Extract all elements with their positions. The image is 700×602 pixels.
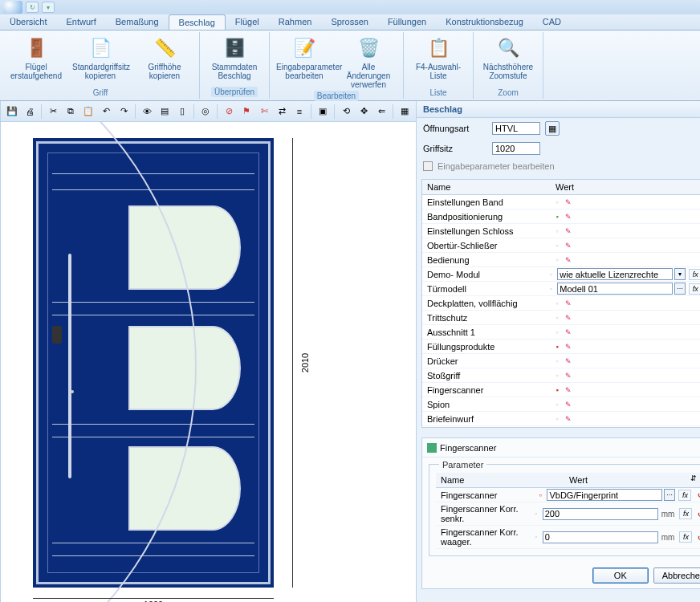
menu-tab-übersicht[interactable]: Übersicht (0, 14, 56, 30)
param-row[interactable]: Drücker▫✎↺ (422, 354, 700, 368)
menu-tab-entwurf[interactable]: Entwurf (56, 14, 105, 30)
sub-param-input[interactable] (543, 508, 658, 520)
param-row[interactable]: Deckplatten, vollflächig▫✎↺ (422, 296, 700, 311)
select-icon[interactable]: ▣ (315, 104, 331, 120)
cancel-button[interactable]: Abbrechen (653, 567, 700, 584)
param-row[interactable]: Einstellungen Band▫✎↺ (422, 195, 700, 209)
sub-param-row[interactable]: Fingerscanner Korr. senkr.▫mmfx↺ (436, 502, 700, 526)
ribbon-btn-discard-icon[interactable]: 🗑️Alle Änderungen verwerfen (337, 34, 400, 91)
edit-pencil-icon[interactable]: ✎ (564, 313, 573, 323)
menu-tab-rahmen[interactable]: Rahmen (269, 14, 322, 30)
menu-tab-konstruktionsbezug[interactable]: Konstruktionsbezug (436, 14, 533, 30)
reset-icon[interactable]: ↺ (696, 490, 700, 500)
ribbon-btn-copy-griff-icon[interactable]: 📄Standardgriffsitz kopieren (69, 34, 132, 87)
edit-pencil-icon[interactable]: ✎ (564, 385, 573, 395)
sub-param-input[interactable] (547, 489, 662, 501)
fx-icon[interactable]: fx (679, 531, 692, 543)
edit-pencil-icon[interactable]: ✎ (564, 255, 573, 265)
qat-button[interactable]: ↻ (26, 2, 39, 13)
sub-param-input[interactable] (543, 531, 658, 543)
rotate-icon[interactable]: ⟲ (338, 104, 354, 120)
print-icon[interactable]: 🖨 (22, 104, 38, 120)
ribbon-btn-flugel-icon[interactable]: 🚪Flügel erstaufgehend (5, 34, 67, 87)
ribbon-btn-zoom-icon[interactable]: 🔍Nächsthöhere Zoomstufe (477, 34, 539, 87)
menu-tab-füllungen[interactable]: Füllungen (378, 14, 436, 30)
ok-button[interactable]: OK (592, 567, 649, 584)
param-row[interactable]: Demo- Modul▫▾fx↺ (422, 267, 700, 282)
scissors2-icon[interactable]: ✄ (256, 104, 272, 120)
grid-icon[interactable]: ▦ (397, 104, 413, 120)
edit-pencil-icon[interactable]: ✎ (564, 197, 573, 207)
param-value-input[interactable] (557, 268, 673, 280)
ribbon-btn-edit-params-icon[interactable]: 📝Eingabeparameter bearbeiten (273, 34, 336, 91)
browse-icon[interactable]: ⋯ (664, 489, 675, 501)
griffsitz-input[interactable] (492, 142, 540, 155)
checkbox-icon[interactable] (423, 161, 433, 171)
save-icon[interactable]: 💾 (4, 104, 20, 120)
browse-icon[interactable]: ⋯ (674, 283, 686, 295)
sub-param-row[interactable]: Fingerscanner Korr. waager.▫mmfx↺ (436, 526, 700, 549)
param-row[interactable]: Trittschutz▫✎↺ (422, 311, 700, 325)
offnungsart-input[interactable] (492, 122, 540, 135)
edit-pencil-icon[interactable]: ✎ (564, 299, 573, 308)
cancel-icon[interactable]: ⊘ (221, 104, 237, 120)
param-row[interactable]: Katzenklappe▫✎↺ (422, 426, 700, 428)
layers-icon[interactable]: ▤ (157, 104, 173, 120)
paste-icon[interactable]: 📋 (80, 104, 96, 120)
edit-pencil-icon[interactable]: ✎ (564, 342, 573, 352)
fx-icon[interactable]: fx (679, 508, 692, 519)
cut-icon[interactable]: ✂ (45, 104, 61, 120)
param-row[interactable]: Stoßgriff▫✎↺ (422, 368, 700, 383)
param-row[interactable]: Füllungsprodukte▪✎↺ (422, 340, 700, 354)
ribbon-btn-list-icon[interactable]: 📋F4-Auswahl-Liste (407, 34, 470, 87)
swap-icon[interactable]: ⇄ (274, 104, 290, 120)
copy-icon[interactable]: ⧉ (63, 104, 79, 120)
menu-tab-flügel[interactable]: Flügel (226, 14, 269, 30)
align-icon[interactable]: ≡ (291, 104, 307, 120)
eye-icon[interactable]: 👁 (139, 104, 155, 120)
edit-pencil-icon[interactable]: ✎ (564, 241, 573, 250)
param-row[interactable]: Fingerscanner▪✎↺ (422, 383, 700, 397)
param-row[interactable]: Ausschnitt 1▫✎↺ (422, 325, 700, 340)
sub-head-sort-icon[interactable]: ⇵ (689, 474, 698, 483)
param-row[interactable]: Spion▫✎↺ (422, 397, 700, 412)
menu-tab-cad[interactable]: CAD (533, 14, 571, 30)
edit-params-checkbox-row[interactable]: Eingabeparameter bearbeiten (417, 158, 700, 174)
redo-icon[interactable]: ↷ (116, 104, 132, 120)
fx-icon[interactable]: fx (678, 490, 691, 501)
edit-pencil-icon[interactable]: ✎ (564, 371, 573, 380)
param-row[interactable]: Briefeinwurf▫✎↺ (422, 412, 700, 426)
qat-dropdown[interactable]: ▾ (42, 2, 55, 13)
page-icon[interactable]: ▯ (174, 104, 190, 120)
param-row[interactable]: Bandpositionierung▪✎↺ (422, 209, 700, 224)
viewport[interactable]: 2010 1000 (1, 122, 416, 602)
param-row[interactable]: Einstellungen Schloss▫✎↺ (422, 224, 700, 238)
edit-pencil-icon[interactable]: ✎ (564, 226, 573, 236)
edit-pencil-icon[interactable]: ✎ (564, 327, 573, 337)
sub-param-row[interactable]: Fingerscanner▫⋯fx↺ (436, 488, 700, 502)
ribbon-btn-griff-height-icon[interactable]: 📏Griffhöhe kopieren (133, 34, 196, 87)
flag-icon[interactable]: ⚑ (238, 104, 254, 120)
edit-pencil-icon[interactable]: ✎ (564, 400, 573, 409)
menu-tab-bemaßung[interactable]: Bemaßung (106, 14, 169, 30)
dropdown-icon[interactable]: ▾ (674, 268, 686, 280)
target-icon[interactable]: ◎ (197, 104, 214, 120)
menu-tab-sprossen[interactable]: Sprossen (321, 14, 377, 30)
ribbon-btn-db-icon[interactable]: 🗄️Stammdaten Beschlag (203, 34, 266, 87)
param-row[interactable]: Bedienung▫✎↺ (422, 253, 700, 267)
reset-icon[interactable]: ↺ (696, 510, 700, 519)
move-icon[interactable]: ✥ (356, 104, 372, 120)
app-orb-icon[interactable] (3, 1, 22, 14)
arrow-left-icon[interactable]: ⇐ (373, 104, 389, 120)
fx-icon[interactable]: fx (689, 269, 700, 280)
edit-pencil-icon[interactable]: ✎ (564, 414, 573, 424)
reset-icon[interactable]: ↺ (696, 533, 700, 543)
fx-icon[interactable]: fx (689, 283, 700, 295)
edit-pencil-icon[interactable]: ✎ (564, 356, 573, 366)
param-row[interactable]: Türmodell▫⋯fx↺ (422, 282, 700, 296)
param-row[interactable]: Obertür-Schließer▫✎↺ (422, 238, 700, 253)
offnungsart-browse-icon[interactable]: ▦ (545, 121, 560, 136)
edit-pencil-icon[interactable]: ✎ (564, 212, 573, 222)
param-value-input[interactable] (557, 283, 673, 295)
menu-tab-beschlag[interactable]: Beschlag (169, 14, 226, 30)
